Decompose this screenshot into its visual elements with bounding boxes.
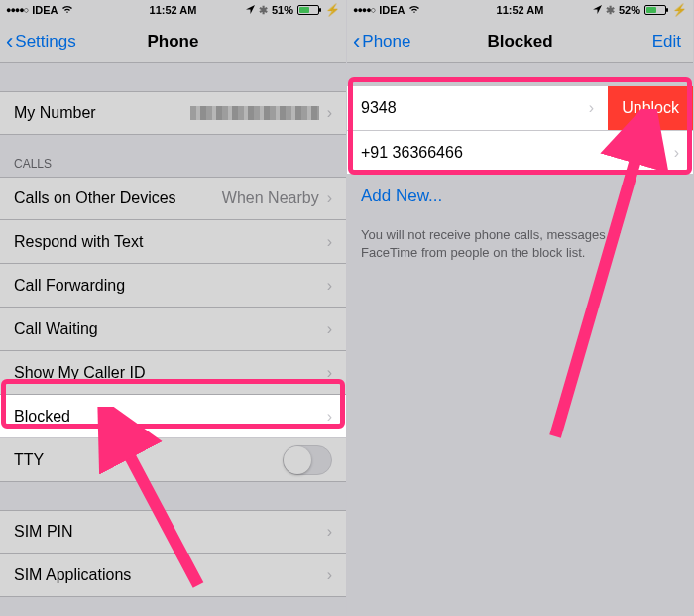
chevron-right-icon: › xyxy=(327,104,332,122)
clock: 11:52 AM xyxy=(0,4,346,16)
chevron-right-icon: › xyxy=(327,408,332,426)
bluetooth-icon: ✱ xyxy=(606,4,615,17)
add-new-button[interactable]: Add New... xyxy=(347,175,693,220)
battery-icon xyxy=(644,5,666,15)
call-waiting-row[interactable]: Call Waiting › xyxy=(0,308,346,351)
my-number-value xyxy=(190,106,319,120)
calls-section-header: CALLS xyxy=(0,135,346,177)
my-number-row[interactable]: My Number › xyxy=(0,91,346,135)
left-pane: ●●●●○ IDEA 11:52 AM ✱ 51% ⚡ ‹ Settings P… xyxy=(0,0,347,616)
back-button[interactable]: ‹ Phone xyxy=(353,20,411,62)
edit-button[interactable]: Edit xyxy=(652,20,681,62)
chevron-left-icon: ‹ xyxy=(353,31,360,53)
back-label: Settings xyxy=(15,32,75,52)
back-label: Phone xyxy=(362,32,410,52)
back-button[interactable]: ‹ Settings xyxy=(6,20,76,62)
blocked-footer-text: You will not receive phone calls, messag… xyxy=(347,220,693,268)
chevron-right-icon: › xyxy=(327,364,332,382)
status-bar: ●●●●○ IDEA 11:52 AM ✱ 51% ⚡ xyxy=(0,0,346,20)
sim-pin-row[interactable]: SIM PIN › xyxy=(0,510,346,554)
calls-on-other-devices-row[interactable]: Calls on Other Devices When Nearby › xyxy=(0,177,346,220)
chevron-right-icon: › xyxy=(327,523,332,541)
navigation-bar: ‹ Phone Blocked Edit xyxy=(347,20,693,63)
chevron-right-icon: › xyxy=(327,233,332,251)
battery-icon xyxy=(297,5,319,15)
blocked-number: 9348 xyxy=(361,99,397,117)
blocked-entry-row[interactable]: 9348 › Unblock xyxy=(347,85,693,131)
chevron-right-icon: › xyxy=(327,320,332,338)
tty-row[interactable]: TTY xyxy=(0,438,346,482)
navigation-bar: ‹ Settings Phone xyxy=(0,20,346,63)
calls-other-devices-value: When Nearby xyxy=(222,189,319,207)
chevron-left-icon: ‹ xyxy=(6,31,13,53)
clock: 11:52 AM xyxy=(347,4,693,16)
status-bar: ●●●●○ IDEA 11:52 AM ✱ 52% ⚡ xyxy=(347,0,693,20)
chevron-right-icon: › xyxy=(327,566,332,584)
blocked-row[interactable]: Blocked › xyxy=(0,395,346,438)
show-my-caller-id-row[interactable]: Show My Caller ID › xyxy=(0,351,346,395)
chevron-right-icon: › xyxy=(674,144,679,162)
chevron-right-icon: › xyxy=(327,277,332,295)
respond-with-text-row[interactable]: Respond with Text › xyxy=(0,220,346,264)
my-number-label: My Number xyxy=(14,104,96,122)
blocked-number: +91 36366466 xyxy=(361,144,463,162)
bluetooth-icon: ✱ xyxy=(259,4,268,17)
tty-toggle[interactable] xyxy=(283,445,332,475)
call-forwarding-row[interactable]: Call Forwarding › xyxy=(0,264,346,308)
unblock-button[interactable]: Unblock xyxy=(608,86,693,130)
right-pane: ●●●●○ IDEA 11:52 AM ✱ 52% ⚡ ‹ Phone Bloc… xyxy=(347,0,694,616)
chevron-right-icon: › xyxy=(589,99,594,117)
page-title: Blocked xyxy=(487,32,552,52)
chevron-right-icon: › xyxy=(327,189,332,207)
sim-applications-row[interactable]: SIM Applications › xyxy=(0,554,346,597)
blocked-entry-row[interactable]: +91 36366466 › xyxy=(347,131,693,175)
page-title: Phone xyxy=(148,32,199,52)
